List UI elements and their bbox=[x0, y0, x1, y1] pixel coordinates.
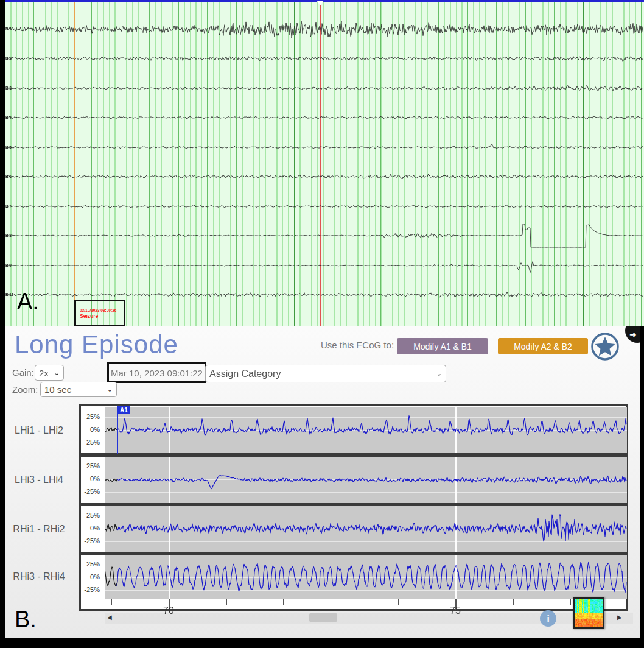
x-axis-tick bbox=[398, 599, 399, 605]
y-axis-label: 0% bbox=[79, 573, 100, 580]
y-axis-label: 0% bbox=[79, 475, 100, 482]
scrollbar-thumb[interactable] bbox=[309, 613, 337, 622]
scroll-left-icon[interactable]: ◀ bbox=[107, 614, 112, 621]
x-axis-tick bbox=[341, 599, 342, 605]
x-axis-tick bbox=[111, 599, 113, 605]
timestamp-highlight-box: Mar 10, 2023 09:01:22 bbox=[107, 362, 206, 383]
assign-category-select[interactable]: Assign Category ⌄ bbox=[205, 365, 446, 382]
chevron-down-icon: ⌄ bbox=[107, 386, 113, 393]
x-axis-tick bbox=[226, 599, 227, 605]
channel-name-label: RHi3 - RHi4 bbox=[10, 571, 68, 582]
seizure-label: Seizure bbox=[80, 313, 98, 319]
eeg-channel-label: B'10 bbox=[5, 292, 13, 297]
spectrogram-image bbox=[575, 599, 603, 627]
eeg-channel-label: B'2 bbox=[5, 56, 12, 60]
favorite-star-button[interactable] bbox=[590, 331, 620, 362]
gain-select[interactable]: 2x ⌄ bbox=[35, 365, 64, 381]
y-axis-label: -25% bbox=[79, 537, 100, 544]
zoom-label: Zoom: bbox=[12, 384, 38, 395]
ecog-traces bbox=[100, 406, 628, 610]
corner-arrow-icon: ➜ bbox=[629, 329, 637, 339]
y-axis-label: -25% bbox=[79, 488, 100, 495]
scroll-right-icon[interactable]: ▶ bbox=[617, 614, 622, 621]
eeg-channel-label: B'8 bbox=[5, 233, 12, 238]
y-axis-label: 25% bbox=[79, 560, 100, 568]
channel-name-label: RHi1 - RHi2 bbox=[10, 524, 68, 535]
channel-name-label: LHi3 - LHi4 bbox=[10, 474, 68, 485]
eeg-channel-label: B'5 bbox=[5, 145, 12, 149]
seizure-timestamp: 03/10/2023 09:00:26 bbox=[80, 308, 116, 312]
modify-a1-b1-button[interactable]: Modify A1 & B1 bbox=[397, 338, 488, 354]
x-axis-tick bbox=[570, 599, 571, 605]
eeg-channel-label: B'9 bbox=[5, 263, 12, 267]
eeg-channel-label: B'4 bbox=[5, 115, 12, 119]
a1-marker-label: A1 bbox=[118, 406, 130, 414]
use-ecog-label: Use this ECoG to: bbox=[321, 340, 394, 350]
x-axis-tick bbox=[513, 599, 514, 605]
y-axis-label: -25% bbox=[79, 586, 100, 593]
figure-label-a: A. bbox=[17, 289, 39, 315]
chevron-down-icon: ⌄ bbox=[436, 370, 442, 378]
zoom-select[interactable]: 10 sec ⌄ bbox=[40, 382, 117, 397]
spectrogram-thumbnail[interactable] bbox=[573, 597, 604, 629]
assign-category-value: Assign Category bbox=[209, 368, 281, 379]
figure-label-b: B. bbox=[15, 607, 37, 633]
gain-value: 2x bbox=[39, 368, 49, 378]
x-axis-tick bbox=[283, 599, 284, 605]
star-icon bbox=[590, 331, 620, 362]
channel-name-label: LHi1 - LHi2 bbox=[10, 425, 68, 436]
long-episode-panel: ➜ Long Episode Use this ECoG to: Modify … bbox=[5, 326, 640, 638]
y-axis-label: 25% bbox=[79, 413, 100, 420]
episode-timestamp: Mar 10, 2023 09:01:22 bbox=[111, 368, 203, 378]
eeg-channel-label: B'3 bbox=[5, 86, 12, 90]
eeg-channel-label: B'1 bbox=[5, 27, 12, 31]
y-axis-label: 25% bbox=[79, 462, 100, 470]
chevron-down-icon: ⌄ bbox=[54, 369, 60, 377]
corner-nav-button[interactable]: ➜ bbox=[625, 326, 640, 343]
eeg-channel-label: B'6 bbox=[5, 174, 12, 178]
eeg-traces bbox=[5, 0, 644, 326]
seizure-annotation-box: 03/10/2023 09:00:26 Seizure bbox=[74, 300, 125, 326]
zoom-value: 10 sec bbox=[44, 384, 71, 395]
eeg-viewer-panel: B'1B'2B'3B'4B'5B'6B'7B'8B'9B'10 03/10/20… bbox=[5, 0, 644, 326]
y-axis-label: -25% bbox=[79, 438, 100, 446]
eeg-channel-label: B'7 bbox=[5, 204, 12, 208]
gain-label: Gain: bbox=[12, 367, 34, 378]
y-axis-label: 0% bbox=[79, 426, 100, 433]
x-axis-tick-label: 75 bbox=[450, 605, 461, 616]
page-title: Long Episode bbox=[15, 330, 178, 359]
x-axis-tick-label: 70 bbox=[163, 605, 174, 616]
modify-a2-b2-button[interactable]: Modify A2 & B2 bbox=[498, 338, 588, 354]
info-icon[interactable]: i bbox=[540, 610, 556, 627]
y-axis-label: 25% bbox=[79, 512, 100, 519]
y-axis-label: 0% bbox=[79, 524, 100, 532]
